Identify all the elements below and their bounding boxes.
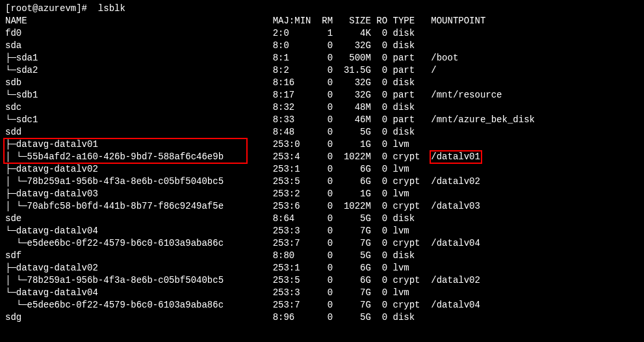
lsblk-header-row: NAME MAJ:MIN RM SIZE RO TYPE MOUNTPOINT: [5, 15, 639, 27]
lsblk-row: fd0 2:0 1 4K 0 disk: [5, 27, 639, 40]
lsblk-row: └─e5dee6bc-0f22-4579-b6c0-6103a9aba86c 2…: [5, 299, 639, 311]
lsblk-row: sde 8:64 0 5G 0 disk: [5, 213, 639, 225]
lsblk-row: └─sda2 8:2 0 31.5G 0 part /: [5, 64, 639, 77]
lsblk-row: ├─datavg-datalv03 253:2 0 1G 0 lvm: [5, 188, 639, 200]
lsblk-row: │ └─78b259a1-956b-4f3a-8e6b-c05bf5040bc5…: [5, 274, 639, 287]
lsblk-row: │ └─55b4afd2-a160-426b-9bd7-588af6c46e9b…: [5, 151, 639, 163]
lsblk-row: sdg 8:96 0 5G 0 disk: [5, 311, 639, 324]
lsblk-row: └─sdb1 8:17 0 32G 0 part /mnt/resource: [5, 89, 639, 101]
terminal-prompt-line: [root@azurevm]# lsblk: [5, 3, 639, 15]
lsblk-output: fd0 2:0 1 4K 0 disk sda 8:0 0 32G 0 disk…: [5, 27, 639, 324]
terminal-prompt[interactable]: [root@azurevm]# lsblk: [5, 3, 125, 14]
lsblk-row: sdc 8:32 0 48M 0 disk: [5, 101, 639, 114]
lsblk-row: │ └─78b259a1-956b-4f3a-8e6b-c05bf5040bc5…: [5, 176, 639, 188]
lsblk-row: sdb 8:16 0 32G 0 disk: [5, 77, 639, 89]
lsblk-row: sda 8:0 0 32G 0 disk: [5, 40, 639, 52]
lsblk-row: └─datavg-datalv04 253:3 0 7G 0 lvm: [5, 225, 639, 237]
lsblk-row: └─sdc1 8:33 0 46M 0 part /mnt/azure_bek_…: [5, 114, 639, 126]
lsblk-row: sdd 8:48 0 5G 0 disk: [5, 126, 639, 138]
lsblk-row: ├─datavg-datalv01 253:0 0 1G 0 lvm: [5, 138, 639, 151]
lsblk-row: ├─datavg-datalv02 253:1 0 6G 0 lvm: [5, 163, 639, 176]
lsblk-row: sdf 8:80 0 5G 0 disk: [5, 250, 639, 262]
lsblk-row: ├─sda1 8:1 0 500M 0 part /boot: [5, 52, 639, 64]
lsblk-row: ├─datavg-datalv02 253:1 0 6G 0 lvm: [5, 262, 639, 274]
lsblk-row: └─datavg-datalv04 253:3 0 7G 0 lvm: [5, 287, 639, 299]
lsblk-row: └─e5dee6bc-0f22-4579-b6c0-6103a9aba86c 2…: [5, 237, 639, 250]
lsblk-row: │ └─70abfc58-b0fd-441b-8b77-f86c9249af5e…: [5, 200, 639, 213]
